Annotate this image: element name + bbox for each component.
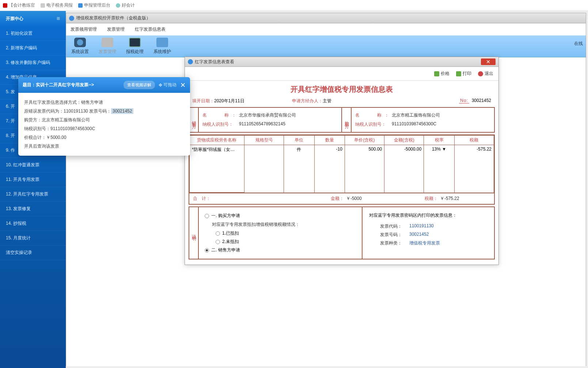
sidebar-item-clear[interactable]: 清空实操记录 <box>0 246 66 260</box>
col-price: 单价(含税) <box>345 136 384 145</box>
explain-section: 说明 一. 购买方申请 对应蓝字专用发票抵扣增值税销项税额情况： 1.已抵扣 2… <box>189 206 495 259</box>
seller-body: 名 称：北京市华服传承商贸有限公司 纳税人识别号：911105265478963… <box>199 108 341 132</box>
fapiao-top-row: 填开日期：2020年1月11日 申请方经办人：主管 No: 30021452 <box>185 96 498 107</box>
col-qty: 数量 <box>314 136 345 145</box>
col-name: 货物或应税劳务名称 <box>190 136 244 145</box>
buyer-body: 名 称：北京市精工服饰有限公司 纳税人识别号：91110103987456300… <box>352 108 494 132</box>
fapiao-title: 开具红字增值税专用发票信息表 <box>185 81 498 96</box>
menu-receipt[interactable]: 发票领用管理 <box>71 26 97 33</box>
gear-icon <box>74 38 86 47</box>
parties-section: 销售方 名 称：北京市华服传承商贸有限公司 纳税人识别号：91110526547… <box>189 107 495 133</box>
online-status: 在线 <box>574 38 586 55</box>
seller-side-label: 销售方 <box>189 108 199 132</box>
exit-icon <box>478 71 483 76</box>
col-amount: 金额(含税) <box>384 136 424 145</box>
radio-notdeducted[interactable] <box>216 240 220 244</box>
sidebar-item-init[interactable]: 1. 初始化设置 <box>0 26 66 41</box>
items-table: 货物或应税劳务名称 规格型号 单位 数量 单价(含税) 金额(含税) 税率 税额… <box>189 134 495 193</box>
sidebar-title: 开票中心 ≡ <box>0 11 66 26</box>
sidebar-item-repair[interactable]: 13. 发票修复 <box>0 202 66 216</box>
radio-buyer[interactable] <box>205 214 209 218</box>
invoice-icon <box>102 38 113 47</box>
sidebar-item-redcommon[interactable]: 10. 红冲普通发票 <box>0 158 66 172</box>
folder-icon <box>156 38 168 47</box>
tool-system-maint[interactable]: 系统维护 <box>148 38 176 55</box>
sidebar-item-monthly[interactable]: 15. 月度统计 <box>0 231 66 246</box>
instruction-header[interactable]: 题目：实训十二开具红字专用发票--> 查看视频讲解 ✥ 可拖动 ✕ <box>18 77 190 93</box>
explain-left: 一. 购买方申请 对应蓝字专用发票抵扣增值税销项税额情况： 1.已抵扣 2.未抵… <box>199 207 363 259</box>
rate-select[interactable]: 13% ▼ <box>424 145 454 193</box>
inner-menu-bar: 发票领用管理 发票管理 红字发票信息表 <box>66 23 586 35</box>
instruction-panel[interactable]: 题目：实训十二开具红字专用发票--> 查看视频讲解 ✥ 可拖动 ✕ 开具红字发票… <box>18 77 190 156</box>
menu-redinfo[interactable]: 红字发票信息表 <box>135 26 166 33</box>
explain-side-label: 说明 <box>189 207 199 259</box>
price-button[interactable]: 价格 <box>434 71 449 77</box>
print-icon <box>456 71 461 76</box>
radio-deducted[interactable] <box>216 231 220 236</box>
item-row[interactable]: *防寒服*羽绒服（女… 件 -10 500.00 -5000.00 13% ▼ … <box>190 145 494 193</box>
tool-system-settings[interactable]: 系统设置 <box>66 38 94 55</box>
explain-right: 对应蓝字专用发票密码区内打印的发票信息： 发票代码：1100191130 发票号… <box>363 207 494 259</box>
menu-toggle-icon[interactable]: ≡ <box>57 15 60 22</box>
col-tax: 税额 <box>454 136 494 145</box>
exit-button[interactable]: 退出 <box>478 71 493 77</box>
col-spec: 规格型号 <box>244 136 284 145</box>
screen-icon <box>129 38 141 47</box>
drag-hint: ✥ 可拖动 <box>159 82 177 88</box>
sidebar-item-report[interactable]: 14. 抄报税 <box>0 216 66 231</box>
price-icon <box>434 71 439 76</box>
sidebar-item-addcust[interactable]: 2. 新增客户编码 <box>0 41 66 56</box>
browser-tabs: 【会计教练官 电子税务局报 申报管理后台 好会计 <box>0 0 588 11</box>
sidebar: 开票中心 ≡ 1. 初始化设置 2. 新增客户编码 3. 修改并删除客户编码 4… <box>0 11 66 368</box>
app-icon <box>188 59 193 64</box>
modal-close-button[interactable]: ✕ <box>481 58 496 65</box>
col-unit: 单位 <box>284 136 314 145</box>
tab-icon <box>116 3 120 8</box>
toolbar: 系统设置 发票管理 报税处理 系统维护 在线 <box>66 35 586 57</box>
col-rate: 税率 <box>424 136 454 145</box>
close-icon[interactable]: ✕ <box>180 81 186 89</box>
move-icon: ✥ <box>159 83 162 88</box>
instruction-body: 开具红字发票信息选择方式：销售方申请 原错误发票代码为：1100191130 发… <box>18 93 190 156</box>
tab-icon <box>3 3 7 8</box>
sidebar-item-special[interactable]: 11. 开具专用发票 <box>0 172 66 187</box>
print-button[interactable]: 打印 <box>456 71 471 77</box>
tab-icon <box>41 3 45 8</box>
total-row: 合 计： 金额：￥-5000 税额：￥-575.22 <box>189 193 495 205</box>
radio-seller[interactable] <box>205 248 209 253</box>
red-invoice-modal: 红字发票信息表查看 ✕ 价格 打印 退出 开具红字增值税专用发票信息表 填开日期… <box>185 57 499 265</box>
tool-tax-report[interactable]: 报税处理 <box>121 38 148 55</box>
sidebar-item-editcust[interactable]: 3. 修改并删除客户编码 <box>0 56 66 70</box>
buyer-side-label: 购买方 <box>342 108 352 132</box>
sidebar-item-redspecial[interactable]: 12. 开具红字专用发票 <box>0 187 66 202</box>
modal-toolbar: 价格 打印 退出 <box>185 67 498 81</box>
menu-invoice[interactable]: 发票管理 <box>107 26 125 33</box>
tool-invoice-mgmt[interactable]: 发票管理 <box>94 38 121 55</box>
instruction-title: 题目：实训十二开具红字专用发票--> <box>23 82 120 88</box>
tab-icon <box>78 3 83 8</box>
view-video-button[interactable]: 查看视频讲解 <box>124 81 155 89</box>
inner-window-title: 增值税发票税控开票软件（金税盘版） <box>66 13 586 23</box>
app-icon <box>69 16 74 21</box>
modal-titlebar[interactable]: 红字发票信息表查看 ✕ <box>185 57 498 67</box>
